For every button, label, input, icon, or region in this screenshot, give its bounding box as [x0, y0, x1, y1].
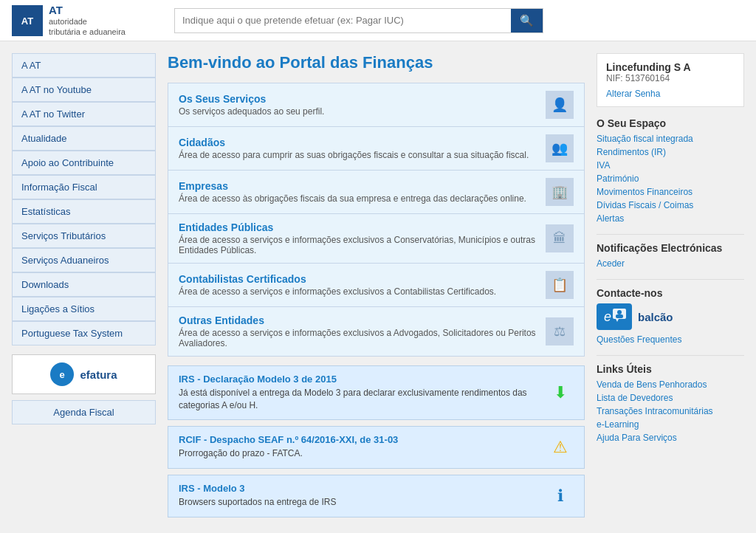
- service-icon: 👤: [546, 91, 574, 119]
- logo-text-area: AT autoridade tributária e aduaneira: [49, 4, 126, 38]
- service-desc: Área de acesso a serviços e informações …: [179, 286, 538, 297]
- service-content: Empresas Área de acesso às obrigações fi…: [179, 180, 538, 204]
- user-info-box: Lincefunding S A NIF: 513760164 Alterar …: [597, 53, 744, 107]
- news-item-irs-modelo3-browsers[interactable]: IRS - Modelo 3 Browsers suportados na en…: [168, 475, 585, 517]
- links-uteis-link[interactable]: e-Learning: [597, 419, 744, 430]
- notificacoes-link[interactable]: Aceder: [597, 258, 744, 269]
- seu-espaco-link[interactable]: Alertas: [597, 213, 744, 224]
- right-panel: Lincefunding S A NIF: 513760164 Alterar …: [597, 53, 744, 523]
- efatura-box[interactable]: e efatura: [12, 354, 156, 394]
- sidebar-item-estatisticas[interactable]: Estatísticas: [12, 199, 156, 224]
- links-uteis-link[interactable]: Lista de Devedores: [597, 393, 744, 403]
- page-title: Bem-vindo ao Portal das Finanças: [168, 53, 585, 72]
- links-uteis-link[interactable]: Venda de Bens Penhorados: [597, 379, 744, 390]
- service-title: Contabilistas Certificados: [179, 273, 538, 285]
- links-uteis-list: Venda de Bens PenhoradosLista de Devedor…: [597, 379, 744, 443]
- main-layout: A ATA AT no YoutubeA AT no TwitterAtuali…: [0, 41, 756, 533]
- service-title: Entidades Públicas: [179, 221, 538, 233]
- links-uteis-link[interactable]: Transações Intracomunitárias: [597, 406, 744, 416]
- seu-espaco-links: Situação fiscal integradaRendimentos (IR…: [597, 134, 744, 224]
- ebalcao-box[interactable]: e balcão: [597, 303, 744, 330]
- links-uteis-section: Links Úteis Venda de Bens PenhoradosList…: [597, 363, 744, 443]
- service-content: Contabilistas Certificados Área de acess…: [179, 273, 538, 297]
- seu-espaco-link[interactable]: IVA: [597, 160, 744, 171]
- service-title: Cidadãos: [179, 137, 538, 148]
- links-uteis-title: Links Úteis: [597, 363, 744, 375]
- contacte-nos-section: Contacte-nos e balcão: [597, 287, 744, 345]
- questoes-frequentes-link[interactable]: Questões Frequentes: [597, 334, 744, 345]
- service-row-entidades-publicas[interactable]: Entidades Públicas Área de acesso a serv…: [168, 214, 584, 264]
- sidebar-item-atualidade[interactable]: Atualidade: [12, 126, 156, 151]
- sidebar-item-a-at-twitter[interactable]: A AT no Twitter: [12, 102, 156, 126]
- news-desc: Browsers suportados na entrega de IRS: [179, 496, 540, 509]
- news-content: RCIF - Despacho SEAF n.º 64/2016-XXI, de…: [179, 434, 540, 460]
- ebalcao-icon: e: [597, 303, 632, 330]
- service-icon: 🏢: [546, 178, 574, 206]
- logo-at: AT: [49, 4, 126, 16]
- logo-subtitle: autoridade tributária e aduaneira: [49, 16, 126, 38]
- sidebar-item-informacao-fiscal[interactable]: Informação Fiscal: [12, 175, 156, 199]
- logo-area: AT AT autoridade tributária e aduaneira: [12, 4, 159, 38]
- main-content: Bem-vindo ao Portal das Finanças Os Seus…: [168, 53, 585, 523]
- service-desc: Área de acesso a serviços e informações …: [179, 235, 538, 255]
- service-title: Os Seus Serviços: [179, 93, 538, 105]
- sidebar-item-portuguese-tax[interactable]: Portuguese Tax System: [12, 321, 156, 345]
- user-name: Lincefunding S A: [606, 61, 735, 73]
- notificacoes-section: Notificações Electrónicas Aceder: [597, 242, 744, 269]
- service-icon: 📋: [546, 271, 574, 299]
- search-input[interactable]: [175, 10, 511, 31]
- news-content: IRS - Declaração Modelo 3 de 2015 Já est…: [179, 374, 540, 412]
- service-icon: 👥: [546, 134, 574, 162]
- search-bar: 🔍: [174, 8, 543, 33]
- efatura-label: efatura: [80, 368, 117, 381]
- agenda-fiscal-button[interactable]: Agenda Fiscal: [12, 400, 156, 424]
- seu-espaco-link[interactable]: Movimentos Financeiros: [597, 187, 744, 197]
- divider-1: [597, 234, 744, 235]
- alterar-senha-link[interactable]: Alterar Senha: [606, 89, 660, 99]
- sidebar-item-servicos-aduaneiros[interactable]: Serviços Aduaneiros: [12, 248, 156, 272]
- efatura-icon: e: [50, 362, 74, 386]
- news-item-irs-modelo3[interactable]: IRS - Declaração Modelo 3 de 2015 Já est…: [168, 365, 585, 420]
- service-row-seus-servicos[interactable]: Os Seus Serviços Os serviços adequados a…: [168, 83, 584, 127]
- svg-text:AT: AT: [21, 16, 33, 27]
- service-icon: ⚖: [546, 317, 574, 345]
- news-icon: ⚠: [547, 434, 574, 461]
- divider-2: [597, 279, 744, 280]
- sidebar-item-a-at[interactable]: A AT: [12, 53, 156, 78]
- notificacoes-links: Aceder: [597, 258, 744, 269]
- efatura-logo: e efatura: [50, 362, 117, 386]
- sidebar-item-a-at-youtube[interactable]: A AT no Youtube: [12, 78, 156, 102]
- services-grid: Os Seus Serviços Os serviços adequados a…: [168, 83, 585, 357]
- seu-espaco-link[interactable]: Património: [597, 173, 744, 184]
- contacte-nos-title: Contacte-nos: [597, 287, 744, 299]
- sidebar-item-downloads[interactable]: Downloads: [12, 272, 156, 297]
- service-content: Cidadãos Área de acesso para cumprir as …: [179, 137, 538, 160]
- svg-point-8: [617, 310, 622, 314]
- svg-rect-9: [616, 314, 623, 318]
- service-content: Entidades Públicas Área de acesso a serv…: [179, 221, 538, 255]
- service-row-empresas[interactable]: Empresas Área de acesso às obrigações fi…: [168, 171, 584, 214]
- sidebar-items: A ATA AT no YoutubeA AT no TwitterAtuali…: [12, 53, 156, 345]
- ebalcao-text: balcão: [638, 311, 673, 323]
- service-desc: Os serviços adequados ao seu perfil.: [179, 106, 538, 117]
- svg-text:e: e: [60, 369, 65, 380]
- notificacoes-title: Notificações Electrónicas: [597, 242, 744, 254]
- service-desc: Área de acesso às obrigações fiscais da …: [179, 193, 538, 204]
- seu-espaco-link[interactable]: Dívidas Fiscais / Coimas: [597, 200, 744, 210]
- sidebar-item-servicos-tributarios[interactable]: Serviços Tributários: [12, 224, 156, 248]
- links-uteis-link[interactable]: Ajuda Para Serviços: [597, 433, 744, 443]
- service-row-outras-entidades[interactable]: Outras Entidades Área de acesso a serviç…: [168, 307, 584, 356]
- search-icon: 🔍: [520, 14, 534, 27]
- service-content: Outras Entidades Área de acesso a serviç…: [179, 314, 538, 348]
- sidebar-item-apoio-contribuinte[interactable]: Apoio ao Contribuinte: [12, 151, 156, 175]
- search-button[interactable]: 🔍: [511, 9, 543, 32]
- news-desc: Já está disponível a entrega da Modelo 3…: [179, 387, 540, 412]
- header: AT AT autoridade tributária e aduaneira …: [0, 0, 756, 41]
- seu-espaco-link[interactable]: Rendimentos (IR): [597, 147, 744, 157]
- news-item-rcif-despacho[interactable]: RCIF - Despacho SEAF n.º 64/2016-XXI, de…: [168, 426, 585, 469]
- seu-espaco-link[interactable]: Situação fiscal integrada: [597, 134, 744, 144]
- sidebar-item-ligacoes-sitios[interactable]: Ligações a Sítios: [12, 297, 156, 321]
- divider-3: [597, 355, 744, 356]
- service-row-contabilistas[interactable]: Contabilistas Certificados Área de acess…: [168, 264, 584, 307]
- service-row-cidadaos[interactable]: Cidadãos Área de acesso para cumprir as …: [168, 127, 584, 171]
